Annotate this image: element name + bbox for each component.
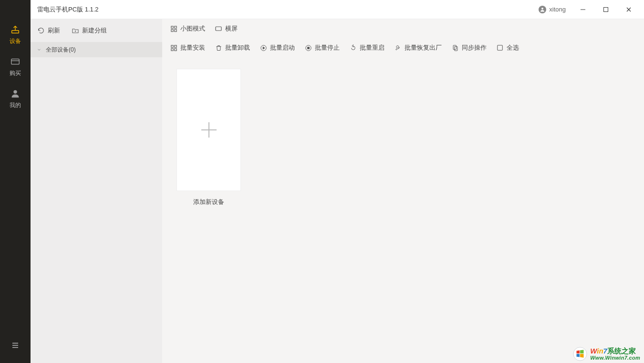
main-panel: 小图模式 横屏 批量安装 批量卸载 批量启动 xyxy=(162,19,644,363)
refresh-icon xyxy=(37,27,45,34)
batch-stop-label: 批量停止 xyxy=(315,43,340,52)
batch-install-label: 批量安装 xyxy=(180,43,205,52)
window-maximize-button[interactable] xyxy=(595,0,616,19)
thumb-mode-button[interactable]: 小图模式 xyxy=(170,24,205,33)
sidebar-item-buy[interactable]: 购买 xyxy=(0,51,31,83)
add-device-card[interactable]: 添加新设备 xyxy=(177,69,241,206)
trash-icon xyxy=(215,44,222,52)
new-group-button[interactable]: 新建分组 xyxy=(72,26,107,35)
avatar-icon xyxy=(539,6,546,13)
svg-rect-4 xyxy=(11,59,20,64)
thumb-mode-label: 小图模式 xyxy=(180,24,205,33)
batch-factory-label: 批量恢复出厂 xyxy=(405,43,442,52)
add-device-box[interactable] xyxy=(177,69,241,191)
main-toolbar-1: 小图模式 横屏 xyxy=(162,19,644,38)
sidebar: 设备 购买 我的 xyxy=(0,0,31,363)
new-group-label: 新建分组 xyxy=(82,26,107,35)
titlebar-right: xitong xyxy=(539,0,639,19)
svg-rect-20 xyxy=(498,45,503,51)
device-grid: 添加新设备 xyxy=(162,57,644,363)
checkbox-icon xyxy=(496,44,504,52)
svg-rect-18 xyxy=(453,45,456,49)
batch-install-button[interactable]: 批量安装 xyxy=(170,43,205,52)
grid-icon xyxy=(170,25,177,32)
svg-rect-17 xyxy=(307,47,309,49)
svg-rect-9 xyxy=(174,29,176,31)
batch-start-label: 批量启动 xyxy=(270,43,295,52)
window-minimize-button[interactable] xyxy=(572,0,593,19)
app-title: 雷电云手机PC版 1.1.2 xyxy=(37,5,99,14)
select-all-checkbox[interactable]: 全选 xyxy=(496,43,519,52)
svg-rect-11 xyxy=(171,45,173,47)
batch-restart-button[interactable]: 批量重启 xyxy=(349,43,384,52)
stop-icon xyxy=(304,44,312,52)
batch-restart-label: 批量重启 xyxy=(360,43,384,52)
group-panel-toolbar: 刷新 新建分组 xyxy=(31,19,162,42)
group-row-all-devices[interactable]: 全部设备(0) xyxy=(31,42,162,57)
batch-factory-reset-button[interactable]: 批量恢复出厂 xyxy=(394,43,442,52)
titlebar: 雷电云手机PC版 1.1.2 xitong xyxy=(31,0,644,19)
sidebar-item-label: 我的 xyxy=(10,101,21,109)
sidebar-item-label: 设备 xyxy=(10,37,21,45)
batch-uninstall-label: 批量卸载 xyxy=(225,43,250,52)
hamburger-icon xyxy=(11,341,20,350)
svg-rect-6 xyxy=(171,26,173,28)
landscape-button[interactable]: 横屏 xyxy=(215,24,238,33)
landscape-label: 横屏 xyxy=(225,24,238,33)
sync-ops-label: 同步操作 xyxy=(462,43,487,52)
main-toolbar-2: 批量安装 批量卸载 批量启动 批量停止 批量重启 xyxy=(162,38,644,57)
chevron-down-icon xyxy=(36,47,42,53)
group-row-label: 全部设备(0) xyxy=(46,46,76,54)
svg-rect-1 xyxy=(581,9,585,10)
sidebar-item-devices[interactable]: 设备 xyxy=(0,19,31,51)
sync-icon xyxy=(451,44,459,52)
svg-rect-7 xyxy=(174,26,176,28)
username-label: xitong xyxy=(549,6,566,13)
plus-icon xyxy=(201,122,217,138)
wrench-icon xyxy=(394,44,402,52)
refresh-label: 刷新 xyxy=(48,26,60,35)
user-chip[interactable]: xitong xyxy=(539,6,566,13)
svg-rect-3 xyxy=(12,31,19,33)
svg-rect-14 xyxy=(174,48,176,50)
user-icon xyxy=(10,88,21,99)
buy-icon xyxy=(10,56,21,67)
apps-icon xyxy=(170,44,177,52)
restart-icon xyxy=(349,44,357,52)
svg-rect-19 xyxy=(454,46,457,51)
new-folder-icon xyxy=(72,27,79,34)
svg-point-5 xyxy=(13,90,17,94)
svg-rect-12 xyxy=(174,45,176,47)
window-close-button[interactable] xyxy=(618,0,639,19)
svg-rect-2 xyxy=(604,7,608,11)
batch-stop-button[interactable]: 批量停止 xyxy=(304,43,340,52)
svg-rect-13 xyxy=(171,48,173,50)
sidebar-item-label: 购买 xyxy=(10,69,21,77)
batch-uninstall-button[interactable]: 批量卸载 xyxy=(215,43,250,52)
play-icon xyxy=(260,44,267,52)
sync-ops-button[interactable]: 同步操作 xyxy=(451,43,487,52)
svg-point-0 xyxy=(541,8,543,10)
select-all-label: 全选 xyxy=(507,43,519,52)
svg-rect-10 xyxy=(216,27,221,31)
add-device-label: 添加新设备 xyxy=(193,198,224,206)
sidebar-menu-button[interactable] xyxy=(0,333,31,357)
landscape-icon xyxy=(215,25,222,32)
devices-icon xyxy=(10,24,21,35)
sidebar-item-mine[interactable]: 我的 xyxy=(0,83,31,115)
svg-rect-8 xyxy=(171,29,173,31)
refresh-button[interactable]: 刷新 xyxy=(37,26,60,35)
batch-start-button[interactable]: 批量启动 xyxy=(260,43,295,52)
group-panel: 刷新 新建分组 全部设备(0) xyxy=(31,19,162,363)
